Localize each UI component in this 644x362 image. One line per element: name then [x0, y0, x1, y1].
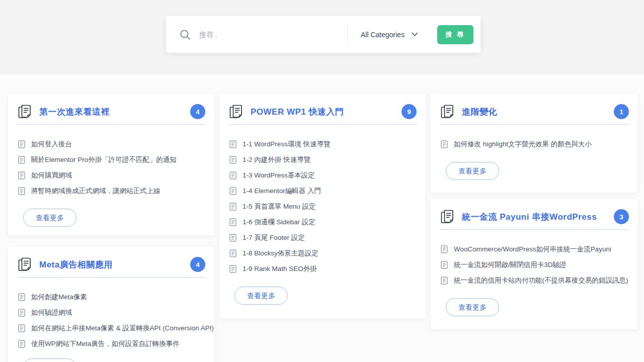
- document-icon: [18, 140, 25, 148]
- card-header: 統一金流 Payuni 串接WordPress 3: [440, 207, 629, 227]
- view-more-button[interactable]: 查看更多: [234, 287, 288, 305]
- article-title: 如何登入後台: [31, 140, 72, 149]
- card-article-list: 如何修改 highlight文字螢光效果 的顏色與大小: [440, 136, 629, 152]
- document-icon: [18, 171, 25, 179]
- article-link[interactable]: 1-6 側邊欄 Sidebar 設定: [228, 214, 417, 230]
- view-more-button[interactable]: 查看更多: [23, 209, 76, 227]
- article-title: WooCommerce/WordPress如何串接統一金流Payuni: [454, 245, 611, 254]
- article-link[interactable]: 1-2 內建外掛 快速導覽: [228, 152, 417, 167]
- card-count-badge: 4: [190, 104, 205, 119]
- category-dropdown[interactable]: All Categories: [356, 27, 423, 43]
- article-link[interactable]: 使用WP網站下Meta廣告，如何設置自訂轉換事件: [17, 336, 205, 351]
- search-input[interactable]: [199, 31, 335, 39]
- article-link[interactable]: 關於Elementor Pro外掛「許可證不匹配」的通知: [17, 152, 205, 167]
- search-divider: [347, 24, 348, 46]
- document-icon: [229, 234, 236, 242]
- article-title: 1-1 WordPress環境 快速導覽: [243, 140, 331, 149]
- view-more-button[interactable]: 查看更多: [446, 298, 499, 316]
- article-link[interactable]: 1-7 頁尾 Footer 設定: [228, 230, 417, 245]
- search-icon: [179, 29, 191, 41]
- article-title: 如何創建Meta像素: [31, 293, 87, 302]
- card-title[interactable]: 第一次進來看這裡: [39, 106, 110, 118]
- category-card-0: 第一次進來看這裡 4 如何登入後台 關於Elementor Pro外掛「許可證不…: [8, 94, 214, 235]
- document-icon: [229, 203, 236, 211]
- card-title[interactable]: 進階變化: [462, 106, 497, 118]
- article-link[interactable]: WooCommerce/WordPress如何串接統一金流Payuni: [440, 241, 629, 257]
- article-link[interactable]: 統一金流如何開啟/關閉信用卡3D驗證: [440, 257, 629, 273]
- article-link[interactable]: 統一金流的信用卡站內付功能(不提供幕後交易的錯誤訊息): [440, 273, 629, 288]
- card-article-list: WooCommerce/WordPress如何串接統一金流Payuni 統一金流…: [440, 241, 629, 288]
- article-title: 1-3 WordPress基本設定: [243, 171, 315, 180]
- documents-icon: [18, 257, 32, 273]
- article-title: 關於Elementor Pro外掛「許可證不匹配」的通知: [31, 155, 177, 164]
- category-card-2: POWER WP1 快速入門 9 1-1 WordPress環境 快速導覽 1-…: [219, 94, 426, 318]
- article-title: 將暫時網域換成正式網域，讓網站正式上線: [31, 187, 160, 196]
- article-link[interactable]: 將暫時網域換成正式網域，讓網站正式上線: [17, 183, 205, 199]
- article-title: 1-5 頁首選單 Menu 設定: [243, 202, 316, 211]
- card-article-list: 如何登入後台 關於Elementor Pro外掛「許可證不匹配」的通知 如何購買…: [17, 136, 205, 199]
- card-count-badge: 9: [401, 104, 417, 119]
- documents-icon: [441, 104, 454, 120]
- category-card-4: 統一金流 Payuni 串接WordPress 3 WooCommerce/Wo…: [431, 199, 638, 329]
- article-title: 1-4 Elementor編輯器 入門: [243, 187, 321, 196]
- document-icon: [229, 249, 236, 257]
- article-link[interactable]: 如何在網站上串接Meta像素 & 設置轉換API (Conversion API…: [17, 320, 205, 336]
- documents-icon: [18, 104, 32, 120]
- document-icon: [18, 324, 25, 332]
- article-link[interactable]: 1-8 Blocksy佈景主題設定: [228, 245, 417, 261]
- article-title: 如何在網站上串接Meta像素 & 設置轉換API (Conversion API…: [31, 324, 214, 333]
- article-link[interactable]: 1-9 Rank Math SEO外掛: [228, 261, 417, 277]
- card-count-badge: 1: [614, 104, 629, 119]
- article-link[interactable]: 1-4 Elementor編輯器 入門: [228, 183, 417, 199]
- document-icon: [18, 187, 25, 195]
- article-link[interactable]: 1-3 WordPress基本設定: [228, 167, 417, 183]
- category-selected-label: All Categories: [361, 31, 405, 39]
- article-title: 1-7 頁尾 Footer 設定: [243, 233, 305, 242]
- article-title: 1-6 側邊欄 Sidebar 設定: [243, 218, 315, 227]
- document-icon: [18, 340, 25, 348]
- document-icon: [229, 156, 236, 164]
- category-card-1: Meta廣告相關應用 4 如何創建Meta像素 如何驗證網域: [8, 246, 214, 362]
- document-icon: [229, 171, 236, 179]
- card-header: 第一次進來看這裡 4: [17, 102, 205, 122]
- document-icon: [18, 293, 25, 301]
- card-header: POWER WP1 快速入門 9: [228, 102, 417, 122]
- card-header: 進階變化 1: [440, 102, 629, 122]
- card-title[interactable]: POWER WP1 快速入門: [251, 106, 344, 118]
- article-link[interactable]: 1-1 WordPress環境 快速導覽: [228, 136, 417, 152]
- card-divider: [440, 124, 629, 125]
- search-submit-button[interactable]: 搜 尋: [437, 25, 473, 44]
- card-count-badge: 4: [190, 257, 205, 272]
- card-header: Meta廣告相關應用 4: [17, 254, 205, 275]
- card-title[interactable]: Meta廣告相關應用: [39, 259, 113, 270]
- card-count-badge: 3: [614, 209, 629, 224]
- category-card-3: 進階變化 1 如何修改 highlight文字螢光效果 的顏色與大小 查看更多: [431, 94, 638, 193]
- article-title: 如何修改 highlight文字螢光效果 的顏色與大小: [454, 140, 592, 149]
- document-icon: [441, 261, 448, 269]
- article-link[interactable]: 如何修改 highlight文字螢光效果 的顏色與大小: [440, 136, 629, 152]
- view-more-button[interactable]: 查看更多: [23, 358, 76, 362]
- article-title: 1-9 Rank Math SEO外掛: [243, 264, 317, 274]
- card-article-list: 如何創建Meta像素 如何驗證網域 如何在網站上串接Meta像素 & 設置轉換A…: [17, 289, 205, 351]
- document-icon: [229, 187, 236, 195]
- chevron-down-icon: [412, 32, 418, 37]
- card-divider: [440, 229, 629, 230]
- article-title: 如何購買網域: [31, 171, 72, 180]
- card-article-list: 1-1 WordPress環境 快速導覽 1-2 內建外掛 快速導覽 1-3 W…: [228, 136, 417, 277]
- search-bar: All Categories 搜 尋: [166, 16, 480, 53]
- article-title: 使用WP網站下Meta廣告，如何設置自訂轉換事件: [31, 339, 180, 348]
- article-title: 如何驗證網域: [31, 308, 72, 317]
- article-link[interactable]: 如何創建Meta像素: [17, 289, 205, 305]
- article-title: 統一金流如何開啟/關閉信用卡3D驗證: [454, 260, 567, 269]
- article-link[interactable]: 如何購買網域: [17, 167, 205, 183]
- card-title[interactable]: 統一金流 Payuni 串接WordPress: [462, 211, 597, 223]
- view-more-button[interactable]: 查看更多: [446, 162, 499, 180]
- document-icon: [229, 265, 236, 273]
- article-link[interactable]: 如何登入後台: [17, 136, 205, 152]
- document-icon: [441, 277, 448, 285]
- document-icon: [18, 309, 25, 317]
- card-divider: [17, 124, 205, 125]
- article-link[interactable]: 1-5 頁首選單 Menu 設定: [228, 199, 417, 214]
- card-divider: [228, 124, 417, 125]
- article-link[interactable]: 如何驗證網域: [17, 305, 205, 320]
